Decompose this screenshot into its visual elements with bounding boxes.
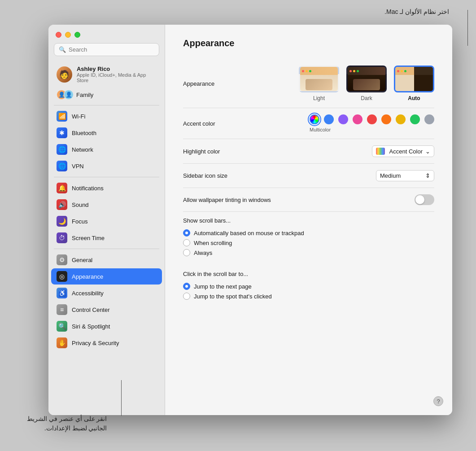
traffic-lights [48,25,165,43]
wifi-icon: 📶 [57,111,67,122]
appearance-label-light: Light [313,95,325,101]
accent-color-label: Accent color [183,120,215,127]
notifications-icon: 🔔 [57,183,67,193]
search-input[interactable] [69,46,154,53]
accent-color-row: Accent color Multicolor [183,108,434,139]
appearance-thumbnail-light [299,66,339,92]
click-scroll-label: Click in the scroll bar to... [183,271,434,277]
accent-color-yellow[interactable] [396,114,406,124]
chevron-updown-icon: ⇕ [425,172,430,179]
scroll-always-option[interactable]: Always [183,249,434,256]
wallpaper-tinting-toggle[interactable] [415,194,434,205]
highlight-color-label: Highlight color [183,148,220,155]
accent-color-pink[interactable] [353,114,362,124]
close-button[interactable] [56,32,61,38]
click-next-page-radio[interactable] [183,283,190,290]
click-clicked-spot-radio[interactable] [183,293,190,300]
sidebar-icon-size-dropdown[interactable]: Medium ⇕ [376,170,434,181]
sidebar-item-network[interactable]: 🌐 Network [51,141,162,158]
sidebar-item-controlcenter[interactable]: ≡ Control Center [51,302,162,318]
appearance-option-dark[interactable]: Dark [346,66,387,101]
accent-color-purple[interactable] [338,114,348,124]
sidebar-item-wifi[interactable]: 📶 Wi-Fi [51,108,162,124]
sidebar-icon-size-label: Sidebar icon size [183,172,227,179]
divider-1 [54,105,159,105]
scroll-auto-radio[interactable] [183,229,190,236]
user-name: Ashley Rico [77,66,157,72]
bluetooth-icon: ✱ [57,127,67,138]
scroll-auto-option[interactable]: Automatically based on mouse or trackpad [183,229,434,236]
network-icon: 🌐 [57,144,67,155]
sidebar-item-sound[interactable]: 🔊 Sound [51,197,162,213]
sidebar-item-focus[interactable]: 🌙 Focus [51,213,162,229]
divider-2 [54,177,159,177]
annotation-bottom: انقر على أي عنصر في الشريطالجانبي لضبط ا… [27,414,107,433]
appearance-icon: ◎ [57,271,67,282]
show-scroll-bars-group: Show scroll bars... Automatically based … [183,212,434,262]
click-next-page-option[interactable]: Jump to the next page [183,283,434,290]
sidebar: 🔍 🧑 Ashley Rico Apple ID, iCloud+, Media… [48,25,165,415]
accent-color-swatches [310,114,434,124]
sidebar-item-user[interactable]: 🧑 Ashley Rico Apple ID, iCloud+, Media &… [51,62,162,87]
sidebar-item-notifications[interactable]: 🔔 Notifications [51,180,162,196]
siri-icon: 🔍 [57,321,67,332]
screentime-icon: ⏱ [57,232,67,243]
family-label: Family [76,92,93,98]
search-icon: 🔍 [59,46,66,53]
accent-color-orange[interactable] [381,114,391,124]
accent-color-graphite[interactable] [424,114,434,124]
user-subtitle: Apple ID, iCloud+, Media & App Store [77,72,157,83]
accent-color-red[interactable] [367,114,377,124]
avatar: 🧑 [57,66,72,83]
accent-sublabel: Multicolor [310,127,331,132]
sidebar-item-general[interactable]: ⚙ General [51,252,162,268]
search-bar[interactable]: 🔍 [54,43,159,56]
chevron-down-icon: ⌄ [425,148,430,155]
main-window: 🔍 🧑 Ashley Rico Apple ID, iCloud+, Media… [48,25,452,415]
highlight-color-dropdown[interactable]: Accent Color ⌄ [372,145,434,157]
appearance-row: Appearance Light [183,59,434,108]
sidebar-item-privacy[interactable]: ✋ Privacy & Security [51,335,162,351]
sidebar-scroll: 🧑 Ashley Rico Apple ID, iCloud+, Media &… [48,61,165,415]
sidebar-icon-size-row: Sidebar icon size Medium ⇕ [183,164,434,188]
sidebar-item-accessibility[interactable]: ♿ Accessibility [51,285,162,301]
sidebar-item-vpn[interactable]: 🌐 VPN [51,158,162,174]
divider-3 [54,249,159,249]
accent-colors: Multicolor [310,114,434,132]
help-button[interactable]: ? [433,396,443,406]
annotation-top: اختر نظام الألوان لـ Mac. [384,8,449,15]
focus-icon: 🌙 [57,216,67,227]
maximize-button[interactable] [74,32,80,38]
accent-color-multicolor[interactable] [310,114,319,124]
appearance-option-light[interactable]: Light [299,66,339,101]
appearance-thumbnail-auto [394,66,434,92]
sound-icon: 🔊 [57,199,67,210]
accent-color-blue[interactable] [324,114,334,124]
controlcenter-icon: ≡ [57,304,67,315]
scroll-always-radio[interactable] [183,249,190,256]
page-title: Appearance [183,38,434,48]
appearance-options: Light Dark [299,66,434,101]
sidebar-item-screentime[interactable]: ⏱ Screen Time [51,230,162,246]
show-scroll-bars-label: Show scroll bars... [183,217,434,224]
click-scroll-group: Click in the scroll bar to... Jump to th… [183,265,434,305]
sidebar-item-appearance[interactable]: ◎ Appearance [51,268,162,285]
accessibility-icon: ♿ [57,288,67,298]
appearance-option-auto[interactable]: Auto [394,66,434,101]
sidebar-item-family[interactable]: 👤 👤 Family [51,87,162,102]
appearance-label: Appearance [183,80,214,87]
general-icon: ⚙ [57,254,67,265]
scroll-when-scrolling-option[interactable]: When scrolling [183,239,434,246]
click-scroll-section: Click in the scroll bar to... Jump to th… [183,265,434,305]
scroll-when-scrolling-radio[interactable] [183,239,190,246]
accent-color-green[interactable] [410,114,420,124]
privacy-icon: ✋ [57,337,67,348]
sidebar-item-siri[interactable]: 🔍 Siri & Spotlight [51,318,162,334]
minimize-button[interactable] [65,32,71,38]
sidebar-item-bluetooth[interactable]: ✱ Bluetooth [51,125,162,141]
family-avatars: 👤 👤 [57,90,71,100]
click-clicked-spot-option[interactable]: Jump to the spot that's clicked [183,293,434,300]
main-content: Appearance Appearance [165,25,452,415]
wallpaper-tinting-row: Allow wallpaper tinting in windows [183,188,434,212]
toggle-knob [415,195,424,204]
